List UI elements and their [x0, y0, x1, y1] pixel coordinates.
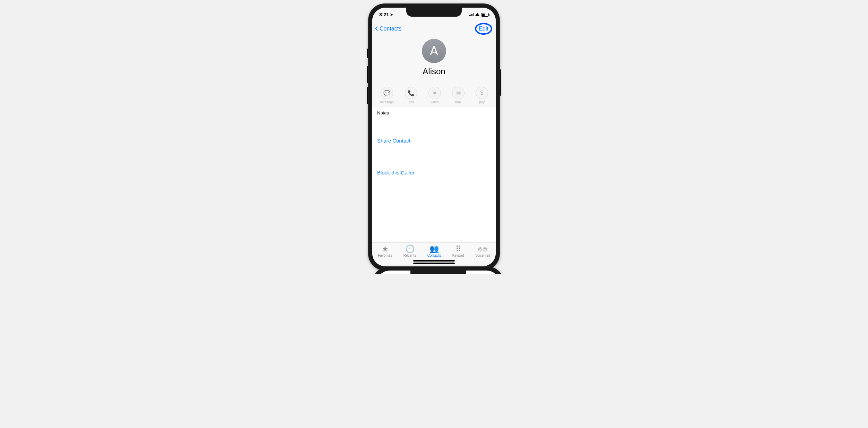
call-button[interactable]: 📞call — [405, 87, 417, 104]
pay-button[interactable]: $pay — [476, 87, 488, 104]
phone-frame-1: 3:21➤ Contacts Edit A Alison 💬message 📞c… — [368, 3, 500, 271]
contacts-icon: 👥 — [427, 245, 441, 254]
pay-icon: $ — [476, 87, 488, 99]
keypad-icon: ⠿ — [452, 245, 464, 254]
contact-header: A Alison — [372, 36, 496, 83]
contact-name: Alison — [372, 67, 496, 76]
share-contact-button[interactable]: Share Contact — [372, 134, 496, 148]
location-icon: ➤ — [390, 12, 393, 17]
phone-icon: 📞 — [405, 87, 417, 99]
voicemail-icon: ⌾⌾ — [475, 245, 490, 254]
edit-button[interactable]: Edit — [475, 23, 492, 35]
tab-favorites[interactable]: ★Favorites — [378, 245, 392, 266]
video-button[interactable]: ■video — [428, 87, 441, 104]
nav-bar: Contacts Edit — [372, 22, 496, 36]
home-indicator[interactable] — [413, 263, 455, 264]
mail-icon: ✉ — [452, 87, 465, 99]
battery-icon — [481, 13, 489, 17]
tab-voicemail[interactable]: ⌾⌾Voicemail — [475, 245, 490, 266]
back-button[interactable]: Contacts — [376, 26, 401, 32]
message-button[interactable]: 💬message — [380, 87, 394, 104]
mail-button[interactable]: ✉mail — [452, 87, 465, 104]
notes-label: Notes — [372, 108, 496, 117]
status-time: 3:21 — [379, 12, 389, 17]
message-icon: 💬 — [381, 87, 393, 99]
signal-icon — [469, 13, 474, 16]
action-row: 💬message 📞call ■video ✉mail $pay — [372, 83, 496, 108]
phone-frame-2: 3:21➤ Cancel Done addphoto Alison Last n… — [372, 266, 504, 274]
home-indicator[interactable] — [413, 260, 455, 262]
chevron-left-icon — [375, 26, 380, 31]
avatar: A — [422, 39, 446, 63]
clock-icon: 🕘 — [403, 245, 416, 254]
star-icon: ★ — [378, 245, 392, 254]
block-caller-button[interactable]: Block this Caller — [372, 165, 496, 180]
video-icon: ■ — [428, 87, 441, 99]
wifi-icon — [475, 13, 480, 16]
